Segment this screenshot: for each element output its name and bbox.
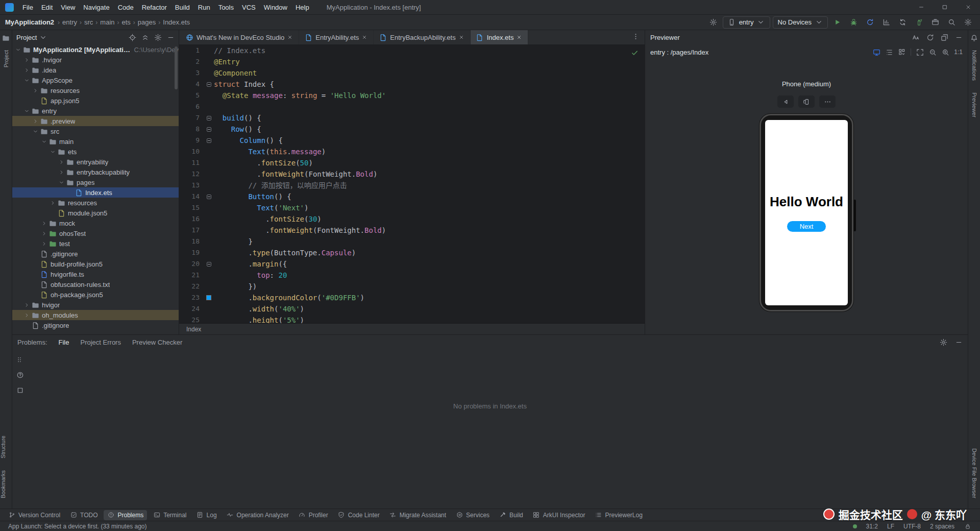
code-line-12[interactable]: 12 .fontWeight(FontWeight.Bold) — [179, 168, 645, 180]
hide-previewer-icon[interactable] — [954, 33, 963, 41]
tool-window-button-build[interactable]: Build — [495, 510, 527, 520]
lock-icon[interactable] — [964, 522, 972, 530]
tree-item-gitignore[interactable]: .gitignore — [12, 249, 179, 259]
rotate-left-button[interactable] — [777, 95, 794, 108]
tree-item-module-json5[interactable]: module.json5 — [12, 208, 179, 218]
panel-settings-icon[interactable] — [154, 33, 162, 41]
tree-item-idea[interactable]: .idea — [12, 65, 179, 75]
chevron-down-icon[interactable] — [14, 47, 22, 53]
menu-help[interactable]: Help — [291, 4, 313, 11]
restart-app-button[interactable] — [863, 16, 877, 29]
chevron-right-icon[interactable] — [49, 200, 57, 206]
file-encoding[interactable]: UTF-8 — [903, 523, 921, 530]
tool-window-button-code-linter[interactable]: Code Linter — [334, 510, 383, 520]
tool-window-button-log[interactable]: Log — [192, 510, 220, 520]
text-size-icon[interactable] — [912, 33, 920, 41]
refresh-icon[interactable] — [926, 33, 934, 41]
hide-panel-icon[interactable] — [166, 33, 175, 41]
tool-strip-label-notifications[interactable]: Notifications — [971, 50, 977, 81]
tree-item-ohostest[interactable]: ohosTest — [12, 228, 179, 238]
close-button[interactable] — [957, 0, 980, 14]
chevron-down-icon[interactable] — [32, 129, 39, 134]
menu-build[interactable]: Build — [171, 4, 194, 11]
problems-hide-icon[interactable] — [954, 338, 963, 346]
code-line-21[interactable]: 21 top: 20 — [179, 270, 645, 281]
chevron-right-icon[interactable] — [40, 221, 48, 226]
menu-edit[interactable]: Edit — [37, 4, 57, 11]
problems-tab-preview-checker[interactable]: Preview Checker — [128, 337, 186, 348]
tool-strip-label-structure[interactable]: Structure — [0, 436, 6, 458]
code-line-20[interactable]: 20 .margin({ — [179, 258, 645, 270]
debug-button[interactable] — [847, 16, 861, 29]
fold-marker-icon[interactable] — [207, 82, 211, 87]
tree-item-appscope[interactable]: AppScope — [12, 75, 179, 85]
caret-position[interactable]: 31:2 — [866, 523, 878, 530]
tool-window-button-problems[interactable]: Problems — [104, 510, 148, 520]
tool-window-button-version-control[interactable]: Version Control — [4, 510, 64, 520]
tool-window-button-operation-analyzer[interactable]: Operation Analyzer — [223, 510, 292, 520]
code-line-25[interactable]: 25 .height('5%') — [179, 315, 645, 323]
tree-item-hvigorfile-ts[interactable]: hvigorfile.ts — [12, 269, 179, 279]
menu-navigate[interactable]: Navigate — [79, 4, 113, 11]
fold-marker-icon[interactable] — [207, 138, 211, 143]
tree-item-index-ets[interactable]: Index.ets — [12, 187, 179, 198]
breadcrumb-index-ets[interactable]: Index.ets — [163, 18, 190, 26]
zoom-in-icon[interactable] — [941, 48, 949, 56]
code-line-11[interactable]: 11 .fontSize(50) — [179, 157, 645, 168]
zoom-ratio[interactable]: 1:1 — [954, 49, 963, 56]
tree-item-oh-modules[interactable]: oh_modules — [12, 310, 179, 320]
help-icon[interactable] — [16, 371, 24, 379]
tree-item-src[interactable]: src — [12, 126, 179, 136]
locate-file-icon[interactable] — [128, 33, 136, 41]
code-line-22[interactable]: 22 }) — [179, 281, 645, 292]
module-select[interactable]: entry — [723, 16, 770, 29]
maximize-button[interactable] — [933, 0, 957, 14]
menu-tools[interactable]: Tools — [214, 4, 238, 11]
device-file-browser-button[interactable] — [928, 16, 942, 29]
fold-marker-icon[interactable] — [207, 195, 211, 199]
editor-tab-entrybackupability-ets[interactable]: EntryBackupAbility.ets — [374, 30, 470, 44]
code-line-7[interactable]: 7 build() { — [179, 112, 645, 124]
tool-window-button-terminal[interactable]: Terminal — [149, 510, 190, 520]
code-line-15[interactable]: 15 Text('Next') — [179, 202, 645, 213]
tool-window-button-migrate-assistant[interactable]: Migrate Assistant — [385, 510, 450, 520]
tree-item-pages[interactable]: pages — [12, 177, 179, 187]
chevron-right-icon[interactable] — [23, 312, 31, 318]
tree-item-test[interactable]: test — [12, 238, 179, 249]
tree-item-preview[interactable]: .preview — [12, 116, 179, 126]
run-button[interactable] — [830, 16, 844, 29]
code-line-14[interactable]: 14 Button() { — [179, 191, 645, 202]
chevron-down-icon[interactable] — [58, 180, 65, 185]
tree-item-resources[interactable]: resources — [12, 85, 179, 95]
chevron-right-icon[interactable] — [40, 231, 48, 236]
tree-item-myapplication2-myapplication[interactable]: MyApplication2 [MyApplication]C:\Users\y… — [12, 44, 179, 55]
code-line-3[interactable]: 3@Component — [179, 67, 645, 79]
multi-preview-icon[interactable] — [898, 48, 906, 56]
chevron-right-icon[interactable] — [32, 88, 39, 93]
tree-item-mock[interactable]: mock — [12, 218, 179, 228]
tool-window-button-profiler[interactable]: Profiler — [295, 510, 332, 520]
menu-code[interactable]: Code — [114, 4, 138, 11]
tab-options-icon[interactable] — [631, 33, 640, 41]
group-problems-icon[interactable] — [16, 355, 24, 364]
menu-view[interactable]: View — [57, 4, 79, 11]
problems-tab-file[interactable]: File — [55, 337, 74, 348]
code-line-13[interactable]: 13 // 添加按钮，以响应用户点击 — [179, 180, 645, 191]
editor-tab-entryability-ets[interactable]: EntryAbility.ets — [299, 30, 374, 44]
menu-run[interactable]: Run — [194, 4, 214, 11]
project-tool-icon[interactable] — [2, 34, 10, 42]
tree-item-resources[interactable]: resources — [12, 198, 179, 208]
breadcrumb-entry[interactable]: entry — [62, 18, 77, 26]
search-everywhere-button[interactable] — [945, 16, 959, 29]
fold-marker-icon[interactable] — [207, 262, 211, 267]
zoom-out-icon[interactable] — [928, 48, 937, 56]
inspect-mode-icon[interactable] — [872, 48, 880, 56]
chevron-down-icon[interactable] — [40, 139, 48, 144]
chevron-right-icon[interactable] — [32, 118, 39, 124]
status-message[interactable]: App Launch: Select a device first. (33 m… — [8, 523, 146, 530]
tree-item-build-profile-json5[interactable]: build-profile.json5 — [12, 259, 179, 269]
chevron-right-icon[interactable] — [40, 241, 48, 247]
close-tab-icon[interactable] — [459, 35, 465, 40]
breadcrumb-main[interactable]: main — [100, 18, 114, 26]
tree-item-hvigor[interactable]: hvigor — [12, 300, 179, 310]
